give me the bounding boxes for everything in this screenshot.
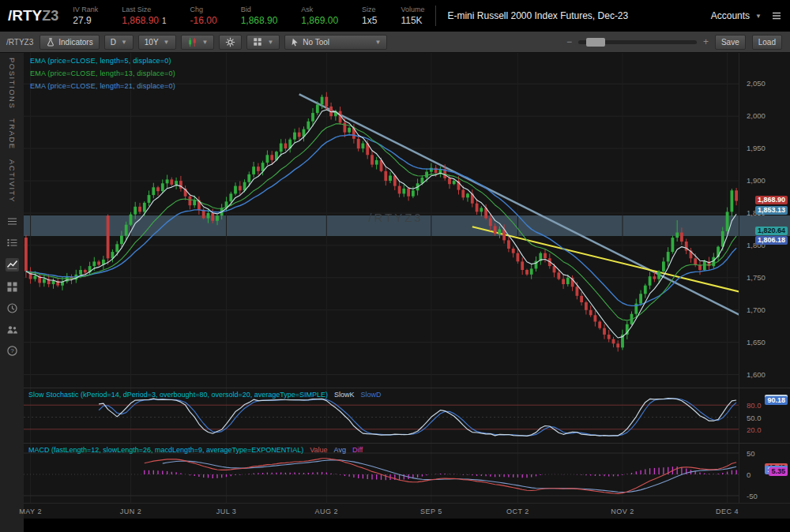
field-label: Volume — [401, 6, 424, 13]
study-label-ema21[interactable]: EMA (price=CLOSE, length=21, displace=0) — [30, 82, 175, 90]
price-axis[interactable]: 2,0502,0001,9501,9001,8501,8001,7501,700… — [739, 53, 790, 388]
axis-label: 1,600 — [747, 370, 766, 379]
axis-label: 1,900 — [747, 176, 766, 185]
panel-splitter[interactable] — [24, 443, 790, 444]
indicators-button[interactable]: Indicators — [40, 35, 99, 50]
study-label-ema5[interactable]: EMA (price=CLOSE, length=5, displace=0) — [30, 57, 175, 65]
macd-axis: 500-5015.4210.075.35 — [739, 444, 790, 503]
volume-value: 115K — [401, 15, 422, 26]
macd-avg-label[interactable]: Avg — [334, 446, 346, 454]
candlestick-style-icon — [187, 37, 198, 47]
chevron-down-icon: ▼ — [374, 39, 381, 46]
layout-dropdown[interactable]: ▼ — [246, 35, 280, 50]
orders-icon[interactable] — [6, 237, 18, 249]
accounts-dropdown[interactable]: Accounts ▼ — [711, 10, 762, 21]
toolbar-right-controls: − + Save Load — [566, 35, 782, 50]
tool-value: No Tool — [303, 38, 329, 47]
field-ask: Ask 1,869.00 — [301, 6, 338, 26]
sidebar-tab-trade[interactable]: TRADE — [8, 118, 17, 150]
main-price-panel[interactable]: /RTYZ3 EMA (price=CLOSE, length=5, displ… — [24, 53, 790, 388]
chevron-down-icon: ▼ — [267, 39, 273, 46]
load-button[interactable]: Load — [752, 35, 782, 50]
chart-style-dropdown[interactable]: ▼ — [181, 35, 215, 50]
last-price-value: 1,868.90 — [122, 15, 159, 26]
sidebar-tab-positions[interactable]: POSITIONS — [8, 58, 17, 109]
slowk-label[interactable]: SlowK — [334, 391, 355, 399]
axis-label: 1,950 — [747, 144, 766, 152]
panel-splitter[interactable] — [24, 388, 790, 388]
symbol-expiry: Z3 — [42, 8, 58, 24]
timeframe-value: D — [111, 38, 116, 47]
stochastic-params-label[interactable]: Slow Stochastic (kPeriod=14, dPeriod=3, … — [28, 391, 328, 399]
axis-label: 1,700 — [747, 305, 766, 314]
stochastic-axis: 80.050.020.093.5490.18 — [739, 388, 790, 443]
save-label: Save — [721, 38, 739, 47]
field-last-size: Last Size 1,868.901 — [122, 6, 166, 26]
symbol-root: /RTY — [8, 7, 42, 24]
chart-settings-button[interactable] — [219, 35, 242, 50]
range-value: 10Y — [145, 38, 159, 47]
timeframe-dropdown[interactable]: D ▼ — [104, 35, 134, 50]
axis-label: 20.0 — [747, 425, 762, 434]
field-iv-rank: IV Rank 27.9 — [73, 6, 98, 26]
macd-label-row: MACD (fastLength=12, slowLength=26, macd… — [28, 446, 363, 454]
last-size-value: 1 — [162, 17, 167, 25]
history-icon[interactable] — [6, 302, 18, 314]
chart-area: /RTYZ3 EMA (price=CLOSE, length=5, displ… — [24, 53, 790, 532]
axis-label: 0 — [747, 470, 750, 479]
zoom-in-button[interactable]: + — [703, 36, 709, 47]
iv-rank-value: 27.9 — [73, 15, 91, 26]
ask-value: 1,869.00 — [301, 15, 338, 26]
community-icon[interactable] — [6, 324, 18, 335]
sidebar-tab-activity[interactable]: ACTIVITY — [8, 159, 17, 203]
price-bubble: 5.35 — [769, 467, 788, 476]
price-bubble: 90.18 — [765, 396, 788, 405]
price-bubble: 1,868.90 — [755, 196, 788, 204]
chart-icon[interactable] — [6, 258, 19, 272]
flask-icon — [46, 37, 55, 47]
candlestick-chart-canvas[interactable]: /RTYZ3 — [24, 53, 739, 388]
size-value: 1x5 — [362, 15, 377, 26]
study-labels: EMA (price=CLOSE, length=5, displace=0) … — [30, 57, 175, 95]
axis-label: 80.0 — [747, 401, 762, 410]
field-label: Size — [362, 6, 377, 13]
watchlist-icon[interactable] — [6, 215, 18, 227]
help-icon[interactable]: ? — [6, 345, 18, 357]
instrument-description: E-mini Russell 2000 Index Futures, Dec-2… — [447, 10, 628, 21]
chevron-down-icon: ▼ — [755, 13, 762, 20]
stochastic-panel[interactable]: Slow Stochastic (kPeriod=14, dPeriod=3, … — [24, 388, 790, 443]
layout-grid-icon[interactable] — [6, 281, 18, 293]
field-label: Last Size — [122, 6, 166, 13]
axis-label: 50 — [747, 449, 755, 458]
bottom-strip — [24, 519, 790, 532]
time-axis-label: MAY 2 — [19, 508, 42, 515]
field-label: IV Rank — [73, 6, 98, 13]
menu-icon[interactable] — [771, 10, 782, 21]
save-button[interactable]: Save — [715, 35, 746, 50]
range-dropdown[interactable]: 10Y ▼ — [138, 35, 176, 50]
zoom-out-button[interactable]: − — [566, 36, 572, 47]
cursor-tool-icon — [291, 37, 299, 47]
axis-label: 1,750 — [747, 273, 766, 282]
time-axis[interactable]: MAY 2JUN 2JUL 3AUG 2SEP 5OCT 2NOV 2DEC 4 — [24, 503, 790, 519]
axis-label: 2,000 — [747, 111, 766, 120]
bid-value: 1,868.90 — [241, 15, 278, 26]
load-label: Load — [758, 38, 776, 47]
gear-icon — [225, 37, 235, 47]
study-label-ema13[interactable]: EMA (price=CLOSE, length=13, displace=0) — [30, 69, 175, 77]
axis-label: 1,650 — [747, 338, 766, 347]
slowd-label[interactable]: SlowD — [361, 391, 382, 399]
macd-panel[interactable]: MACD (fastLength=12, slowLength=26, macd… — [24, 444, 790, 503]
macd-params-label[interactable]: MACD (fastLength=12, slowLength=26, macd… — [28, 446, 303, 454]
time-axis-label: DEC 4 — [716, 508, 739, 515]
price-bubble: 1,820.64 — [755, 227, 788, 235]
drawing-tool-dropdown[interactable]: No Tool ▼ — [284, 35, 387, 50]
layout-grid-icon — [253, 37, 262, 47]
indicators-label: Indicators — [58, 38, 92, 47]
chevron-down-icon: ▼ — [121, 39, 127, 46]
zoom-slider-thumb[interactable] — [586, 38, 605, 47]
macd-diff-label[interactable]: Diff — [352, 446, 363, 454]
zoom-slider[interactable] — [578, 40, 697, 44]
macd-value-label[interactable]: Value — [310, 446, 327, 454]
chart-symbol-label: /RTYZ3 — [6, 38, 33, 47]
